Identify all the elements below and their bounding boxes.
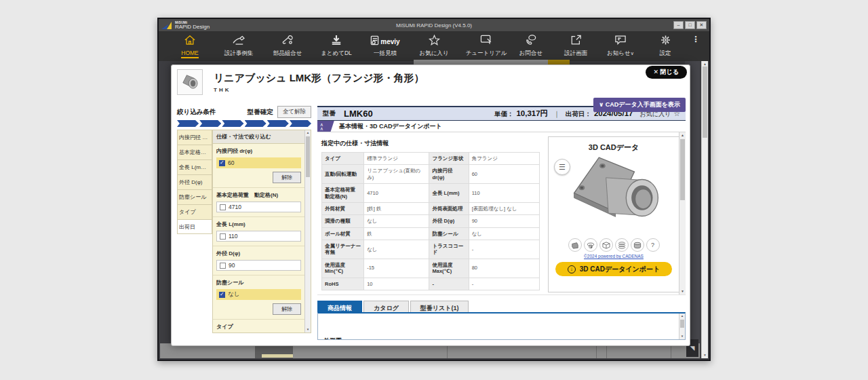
filter-title: 絞り込み条件 xyxy=(177,108,216,117)
spec-label-cell: 潤滑の種類 xyxy=(322,215,364,227)
help-icon[interactable]: ? xyxy=(646,238,660,252)
spec-table-title: 指定中の仕様・寸法情報 xyxy=(321,139,540,148)
toolbar-design-screen[interactable]: 設計画面 xyxy=(553,35,598,58)
clear-button[interactable]: 解除 xyxy=(273,172,301,183)
spec-row: タイプ標準フランジフランジ形状角フランジ xyxy=(322,153,540,165)
window-scrollbar[interactable] xyxy=(701,61,708,358)
minimize-button[interactable]: – xyxy=(673,21,684,29)
close-window-button[interactable]: ✕ xyxy=(696,21,707,29)
scrollbar-thumb[interactable] xyxy=(703,66,707,138)
spec-value-cell: -15 xyxy=(364,259,429,278)
tab-content-scrollbar[interactable] xyxy=(679,314,685,339)
spec-table: タイプ標準フランジフランジ形状角フランジ直動/回転運動リニアブッシュ(直動のみ)… xyxy=(321,152,540,290)
toolbar-tutorial[interactable]: チュートリアル xyxy=(464,35,509,58)
filter-scrollbar[interactable] xyxy=(304,130,311,332)
document-icon xyxy=(370,35,379,48)
content-scrollbar[interactable] xyxy=(679,132,686,294)
parts-combination-icon xyxy=(281,35,294,48)
maximize-button[interactable]: □ xyxy=(685,21,695,29)
checkbox-checked-icon[interactable] xyxy=(219,292,225,298)
toolbar-favorites[interactable]: お気に入り xyxy=(410,35,458,58)
product-thumbnail xyxy=(177,69,203,95)
spec-value-cell: 60 xyxy=(469,165,539,184)
toolbar-batch-download[interactable]: まとめてDL xyxy=(312,35,361,58)
cad-import-button[interactable]: ↓ 3D CADデータインポート xyxy=(555,262,672,276)
scroll-down-arrow[interactable] xyxy=(702,352,708,358)
bushing-thumb-icon xyxy=(180,73,199,91)
basic-info-section-header: ∧∧ 基本情報・3D CADデータインポート xyxy=(317,121,686,132)
filter-group-length: 全長 L(mm) 110 xyxy=(213,217,304,246)
spec-row: 潤滑の種類なし外径 D(φ)90 xyxy=(322,215,540,227)
download-circle-icon: ↓ xyxy=(568,265,576,273)
filter-group-load-rating: 基本定格荷重 動定格(N) 4710 xyxy=(213,188,304,217)
spec-content-area: 指定中の仕様・寸法情報 タイプ標準フランジフランジ形状角フランジ直動/回転運動リ… xyxy=(317,132,686,295)
checkbox-checked-icon[interactable] xyxy=(219,160,225,166)
filter-sidebar: 絞り込み条件 型番確定 全て解除 内接円径 … 基本定格… 全長 L(m… 外径… xyxy=(177,106,311,337)
spec-row: 基本定格荷重 動定格(N)4710全長 L(mm)110 xyxy=(322,184,540,203)
toolbar-parts-combination[interactable]: 部品組合せ xyxy=(263,35,312,58)
window-controls: – □ ✕ xyxy=(673,21,707,29)
tutorial-icon xyxy=(480,35,492,48)
view-rotate-icon[interactable] xyxy=(584,238,597,252)
product-brand: THK xyxy=(214,87,425,93)
category-inner-diameter[interactable]: 内接円径 … xyxy=(177,130,212,145)
spec-label-cell: 外筒表面処理 xyxy=(429,202,469,214)
clear-button[interactable]: 解除 xyxy=(273,303,301,315)
logo-triangle-icon xyxy=(161,21,172,30)
checkbox-icon[interactable] xyxy=(220,233,226,240)
viewer-menu-button[interactable]: ☰ xyxy=(554,159,570,175)
view-cylinder-icon[interactable] xyxy=(631,238,644,252)
window-title: MiSUMi RAPiD Design (V4.5.0) xyxy=(159,22,709,28)
category-outer-diameter[interactable]: 外径 D(φ) xyxy=(177,174,212,189)
toolbar-news[interactable]: お知らせ∨ xyxy=(598,35,643,58)
filter-option-4710[interactable]: 4710 xyxy=(216,202,301,212)
category-load-rating[interactable]: 基本定格… xyxy=(177,145,212,159)
clear-all-button[interactable]: 全て解除 xyxy=(277,106,311,118)
spec-row: 使用温度Min(℃)-15使用温度Max(℃)80 xyxy=(322,259,540,278)
toolbar-bulk-quote[interactable]: meviy 一括見積 xyxy=(361,35,410,58)
category-ship-date[interactable]: 出荷日 xyxy=(177,219,212,234)
spec-label-cell: 全長 L(mm) xyxy=(429,184,469,203)
spec-value-cell: 鉄 xyxy=(364,227,429,240)
external-link-icon xyxy=(570,35,582,48)
view-layers-icon[interactable] xyxy=(615,238,629,252)
filter-option-60[interactable]: 60 xyxy=(216,157,301,168)
view-solid-icon[interactable] xyxy=(568,238,582,252)
app-logo: MiSUMi RAPiD Design xyxy=(161,21,210,30)
spec-value-cell: [鉄] 鉄 xyxy=(364,202,429,214)
spec-label-cell: フランジ形状 xyxy=(429,153,469,165)
category-length[interactable]: 全長 L(m… xyxy=(177,159,212,174)
filter-group-dust-seal: 防塵シール なし 解除 xyxy=(213,276,304,320)
spec-value-cell: - xyxy=(469,278,539,290)
spec-label-cell: 金属リテーナー有無 xyxy=(322,240,364,259)
category-type[interactable]: タイプ xyxy=(177,204,212,219)
bushing-3d-model xyxy=(563,154,665,237)
category-dust-seal[interactable]: 防塵シール xyxy=(177,189,212,204)
model-confirm-label[interactable]: 型番確定 xyxy=(248,108,273,117)
toolbar-settings[interactable]: 設定 xyxy=(643,35,688,58)
toolbar-home[interactable]: HOME xyxy=(165,35,214,58)
model-code: LMK60 xyxy=(344,109,373,119)
price-label: 単価： xyxy=(494,110,514,119)
filter-option-90[interactable]: 90 xyxy=(216,260,301,271)
spec-label-cell: 使用温度Min(℃) xyxy=(322,259,364,278)
checkbox-icon[interactable] xyxy=(220,263,226,269)
collapse-chevron-icon[interactable]: ∧∧ xyxy=(317,121,334,132)
toolbar-design-examples[interactable]: 設計事例集 xyxy=(214,35,263,58)
overflow-menu-button[interactable]: ⋮ xyxy=(689,35,703,58)
spec-value-cell: - xyxy=(469,240,539,259)
main-panel: 型番 LMK60 単価： 10,317円 ｜ 出荷日： 2024/05/17 お… xyxy=(317,106,686,343)
checkbox-icon[interactable] xyxy=(220,204,226,210)
filter-option-none[interactable]: なし xyxy=(216,289,301,300)
toolbar-contact[interactable]: お問合せ xyxy=(509,35,553,58)
cad-panel-toggle-button[interactable]: ∨ CADデータ入手画面を表示 xyxy=(593,98,686,112)
cadenas-credit-link[interactable]: ©2024 powered by CADENAS xyxy=(549,254,679,259)
product-title: リニアブッシュ LMK形（フランジ形・角形） xyxy=(214,72,425,85)
spec-label-cell: 基本定格荷重 動定格(N) xyxy=(322,184,364,203)
dialog-close-button[interactable]: ✕ 閉じる xyxy=(646,66,687,79)
star-icon xyxy=(429,35,440,48)
spec-label-cell: 使用温度Max(℃) xyxy=(429,259,469,278)
view-cube-icon[interactable] xyxy=(599,238,613,252)
filter-option-110[interactable]: 110 xyxy=(216,231,301,242)
design-examples-icon xyxy=(232,35,245,48)
